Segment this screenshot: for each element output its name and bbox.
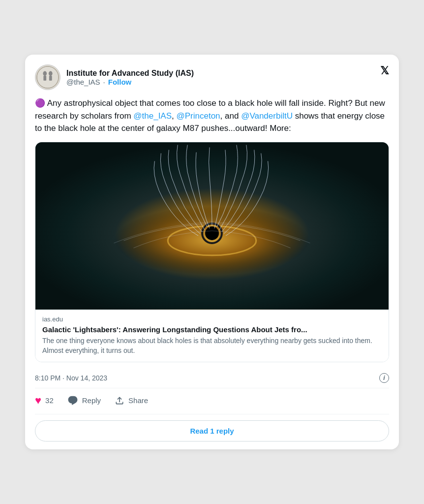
display-name: Institute for Advanced Study (IAS)	[66, 69, 389, 78]
separator-dot: ·	[103, 78, 105, 86]
handle: @the_IAS	[66, 78, 100, 86]
info-icon[interactable]: i	[379, 373, 389, 383]
link-preview[interactable]: ias.edu Galactic 'Lightsabers': Answerin…	[35, 310, 389, 362]
svg-rect-5	[49, 76, 52, 81]
like-button[interactable]: ♥ 32	[35, 394, 54, 407]
svg-point-4	[49, 71, 53, 76]
timestamp: 8:10 PM · Nov 14, 2023	[35, 374, 107, 382]
jet-visualization	[35, 142, 389, 310]
account-info: Institute for Advanced Study (IAS) @the_…	[66, 69, 389, 86]
link-title: Galactic 'Lightsabers': Answering Longst…	[42, 325, 382, 335]
svg-rect-3	[43, 76, 46, 81]
handle-follow-row: @the_IAS · Follow	[66, 78, 389, 86]
svg-point-0	[35, 65, 60, 90]
tweet-header: Institute for Advanced Study (IAS) @the_…	[35, 64, 389, 90]
tweet-card: Institute for Advanced Study (IAS) @the_…	[25, 55, 399, 449]
reply-icon	[67, 395, 78, 406]
share-button[interactable]: Share	[115, 396, 148, 406]
reply-button[interactable]: Reply	[67, 395, 101, 406]
tweet-text-mid1: ,	[172, 111, 176, 121]
link-source: ias.edu	[42, 315, 382, 323]
tweet-text-mid2: , and	[220, 111, 242, 121]
x-logo[interactable]: 𝕏	[380, 64, 389, 77]
share-label: Share	[128, 396, 148, 405]
media-container[interactable]: ias.edu Galactic 'Lightsabers': Answerin…	[35, 142, 389, 362]
black-hole-image	[35, 142, 389, 310]
link-description: The one thing everyone knows about black…	[42, 336, 382, 355]
mention-vanderbilt[interactable]: @VanderbiltU	[241, 111, 293, 121]
tweet-emoji: 🟣	[35, 98, 45, 108]
timestamp-row: 8:10 PM · Nov 14, 2023 i	[35, 368, 389, 388]
mention-princeton[interactable]: @Princeton	[177, 111, 220, 121]
read-replies-button[interactable]: Read 1 reply	[35, 420, 389, 441]
share-icon	[115, 396, 124, 406]
mention-ias[interactable]: @the_IAS	[133, 111, 172, 121]
tweet-text: 🟣 Any astrophysical object that comes to…	[35, 97, 389, 135]
svg-point-2	[43, 71, 47, 76]
reply-label: Reply	[82, 396, 101, 405]
like-count: 32	[45, 396, 54, 405]
svg-point-10	[205, 226, 219, 240]
avatar	[35, 64, 61, 90]
heart-icon: ♥	[35, 394, 41, 407]
follow-button[interactable]: Follow	[108, 78, 132, 86]
actions-row: ♥ 32 Reply Share	[35, 394, 389, 414]
